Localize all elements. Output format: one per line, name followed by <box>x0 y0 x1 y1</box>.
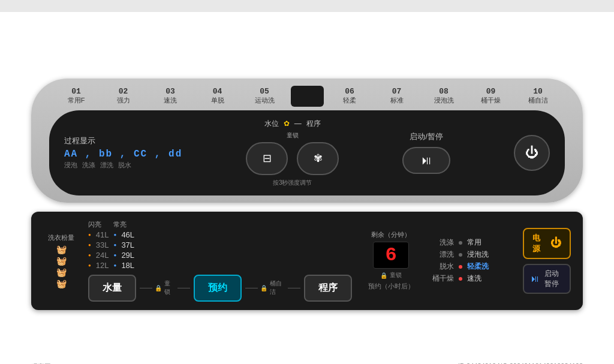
wash-mode-val-1: 常用 <box>467 237 481 248</box>
mode-label-03: 速洗 <box>164 96 177 105</box>
mode-row: 01 常用F 02 强力 03 速洗 04 单脱 05 运动洗 06 <box>49 86 565 107</box>
label-washing: 洗涤 <box>82 161 95 170</box>
sun-icon: ✿ <box>284 119 290 128</box>
program-label-bottom: 程序 <box>318 282 338 293</box>
start-stop-label-bottom: 启动 暂停 <box>544 269 559 289</box>
water-amount-button[interactable]: 水量 <box>88 275 136 302</box>
reserve-hours-label: 预约（小时后） <box>368 282 414 291</box>
vol-flash-4: 12L <box>96 261 109 270</box>
program-button[interactable]: ✾ <box>297 142 339 175</box>
wash-mode-dot-3 <box>459 265 462 269</box>
normal-header: 常亮 <box>113 220 127 229</box>
mode-label-09: 桶干燥 <box>481 96 501 105</box>
dot-flash-4: ● <box>88 263 91 268</box>
mode-num-03: 03 <box>165 87 175 96</box>
power-icon-bottom: ⏻ <box>550 237 561 249</box>
mode-label-07: 标准 <box>390 96 404 105</box>
remaining-label: 剩余（分钟） <box>371 230 411 239</box>
wash-mode-row-1: 洗涤 常用 <box>430 237 514 248</box>
power-button-bottom[interactable]: 电源 ⏻ <box>523 228 571 259</box>
laundry-icon-3: 🧺 <box>56 267 67 277</box>
laundry-amount: 洗衣粉量 🧺 🧺 🧺 🧺 <box>43 233 79 288</box>
dash-separator: — <box>294 119 302 128</box>
reserve-label: 预约 <box>208 282 227 293</box>
power-button-top[interactable]: ⏻ <box>514 135 550 171</box>
child-lock-label-top: 童锁 <box>287 131 299 140</box>
center-display: 剩余（分钟） 6 🔒 童锁 预约（小时后） <box>361 230 421 291</box>
start-icon-bottom: ⏯ <box>530 273 540 284</box>
child-lock-connector: 🔒 童锁 <box>140 279 190 296</box>
start-stop-title: 启动/暂停 <box>410 131 443 142</box>
water-level-button[interactable]: ⊟ <box>246 142 288 175</box>
barrel-icon: 🔒 <box>260 285 267 291</box>
process-title: 过程显示 <box>64 136 95 146</box>
mode-label-06: 轻柔 <box>343 96 356 105</box>
wash-mode-val-4: 速洗 <box>467 273 481 284</box>
mode-num-10: 10 <box>533 87 543 96</box>
play-pause-icon: ⏯ <box>420 154 432 167</box>
power-icon-top: ⏻ <box>525 145 538 161</box>
mode-09[interactable]: 09 桶干燥 <box>470 87 512 105</box>
water-program-section: 水位 ✿ — 程序 童锁 ⊟ ✾ 按3秒强度调节 <box>246 119 339 187</box>
mode-label-01: 常用F <box>68 96 85 105</box>
dot-normal-2: ● <box>114 242 117 248</box>
volume-table: 闪亮 常亮 ● 41L ● 46L ● 33L ● 37L ● 24L ● 29… <box>88 220 352 302</box>
mode-num-09: 09 <box>486 87 496 96</box>
dot-normal-1: ● <box>114 232 117 237</box>
mode-label-04: 单脱 <box>211 96 224 105</box>
child-lock-icon: 🔒 <box>155 285 162 291</box>
mode-num-01: 01 <box>71 87 81 96</box>
process-chars: AA , bb , CC , dd <box>64 149 182 160</box>
vol-normal-2: 37L <box>121 240 134 249</box>
time-value: 6 <box>385 244 396 266</box>
mode-04[interactable]: 04 单脱 <box>197 87 239 105</box>
vol-row-1: ● 41L ● 46L <box>88 230 352 239</box>
mode-num-02: 02 <box>119 87 128 96</box>
mode-label-02: 强力 <box>117 96 130 105</box>
laundry-icon-4: 🧺 <box>56 279 67 288</box>
program-icon: ✾ <box>314 152 323 165</box>
child-lock-display-label: 童锁 <box>390 271 402 279</box>
flash-header: 闪亮 <box>88 220 101 229</box>
water-level-icon: ⊟ <box>263 152 272 165</box>
wash-mode-key-3: 脱水 <box>430 261 454 272</box>
wash-mode-row-2: 漂洗 浸泡洗 <box>430 249 514 260</box>
wash-modes: 洗涤 常用 漂洗 浸泡洗 脱水 轻柔洗 桶干燥 速洗 <box>430 237 514 284</box>
bottom-panel: 洗衣粉量 🧺 🧺 🧺 🧺 闪亮 常亮 ● 41L ● 46L ● 33 <box>31 212 583 310</box>
mode-01[interactable]: 01 常用F <box>55 87 97 105</box>
control-section: 过程显示 AA , bb , CC , dd 浸泡 洗涤 漂洗 脱水 水位 ✿ … <box>49 110 565 195</box>
child-lock-text: 童锁 <box>164 279 174 296</box>
vol-flash-1: 41L <box>96 230 109 239</box>
wash-mode-dot-4 <box>459 277 462 281</box>
dot-flash-3: ● <box>88 252 91 258</box>
mode-num-05: 05 <box>260 87 269 96</box>
reserve-button[interactable]: 预约 <box>194 275 242 302</box>
press-note: 按3秒强度调节 <box>273 179 312 187</box>
wash-mode-val-3: 轻柔洗 <box>467 261 489 272</box>
mode-05[interactable]: 05 运动洗 <box>243 87 285 105</box>
vol-normal-3: 29L <box>121 251 134 260</box>
label-soaking: 浸泡 <box>64 161 77 170</box>
mode-07[interactable]: 07 标准 <box>376 87 418 105</box>
water-prog-title: 水位 ✿ — 程序 <box>264 119 321 129</box>
wash-mode-row-4: 桶干燥 速洗 <box>430 273 514 284</box>
full-wrapper: 01 常用F 02 强力 03 速洗 04 单脱 05 运动洗 06 <box>0 12 614 364</box>
vol-normal-4: 18L <box>121 261 134 270</box>
dot-normal-3: ● <box>114 252 117 258</box>
program-label: 程序 <box>306 119 321 129</box>
mode-10[interactable]: 10 桶自洁 <box>517 87 559 105</box>
mode-06[interactable]: 06 轻柔 <box>329 87 371 105</box>
mode-02[interactable]: 02 强力 <box>103 87 145 105</box>
mode-num-06: 06 <box>345 87 354 96</box>
wash-mode-key-2: 漂洗 <box>430 249 454 260</box>
laundry-amount-title: 洗衣粉量 <box>43 233 79 242</box>
mode-08[interactable]: 08 浸泡洗 <box>423 87 465 105</box>
mode-num-08: 08 <box>439 87 449 96</box>
barrel-clean-connector: 🔒 桶自洁 <box>245 279 300 296</box>
wash-mode-val-2: 浸泡洗 <box>467 249 489 260</box>
start-stop-button-bottom[interactable]: ⏯ 启动 暂停 <box>523 264 571 294</box>
laundry-icon-2: 🧺 <box>56 256 67 266</box>
program-btn-bottom[interactable]: 程序 <box>304 275 352 302</box>
mode-03[interactable]: 03 速洗 <box>149 87 191 105</box>
start-stop-button-top[interactable]: ⏯ <box>402 147 450 174</box>
